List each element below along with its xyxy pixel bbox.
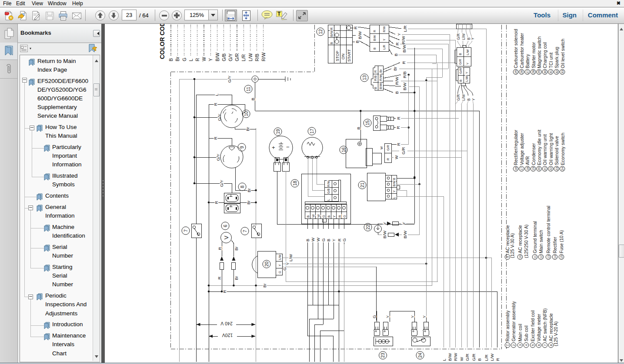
svg-text:R: R [214,201,219,204]
svg-text:Y: Y [385,315,390,318]
svg-text:R/W: R/W [394,77,399,85]
svg-text:Fuse (10 A): Fuse (10 A) [559,230,564,253]
svg-text:Rectifier: Rectifier [553,237,557,253]
svg-text:B: B [394,53,398,56]
svg-text:W: W [310,238,315,242]
svg-text:G/R: G/R [465,354,470,361]
svg-text:B: B [477,358,482,361]
svg-text:L/W: L/W [248,53,253,61]
svg-text:G: G [343,215,347,218]
svg-text:7: 7 [183,229,188,232]
svg-text:L/W: L/W [461,33,466,40]
svg-text:G: G [372,315,377,318]
svg-text:B: B [250,98,255,100]
svg-text:Condenser: Condenser [531,143,536,165]
svg-text:Br: Br [245,127,250,131]
svg-text:23: 23 [380,353,385,358]
svg-text:G: G [182,58,187,61]
svg-text:29: 29 [537,70,541,73]
svg-text:G/R: G/R [456,94,460,101]
svg-text:B: B [394,91,399,94]
svg-text:(125 V-30 A): (125 V-30 A) [510,233,515,258]
svg-text:W: W [201,57,207,61]
svg-text:Br: Br [379,69,383,73]
svg-text:R: R [396,142,401,146]
svg-text:13: 13 [362,75,367,80]
svg-text:L/R: L/R [484,354,489,361]
svg-text:B: B [459,79,463,82]
svg-text:Y: Y [410,315,415,318]
svg-text:W: W [311,214,315,218]
svg-text:B/W: B/W [330,30,334,37]
svg-text:R: R [386,158,390,160]
svg-text:Main coil: Main coil [518,324,523,341]
svg-text:R: R [374,70,377,73]
svg-text:B/W: B/W [379,83,383,89]
svg-text:Remote control terminal: Remote control terminal [546,206,551,253]
svg-text:R: R [401,61,406,64]
svg-text:Generator assembly: Generator assembly [511,301,516,341]
svg-text:Ground terminal: Ground terminal [533,221,537,253]
svg-text:G/Y: G/Y [219,179,224,187]
svg-text:G/R: G/R [456,33,460,40]
svg-text:Exciter field coil: Exciter field coil [531,310,535,341]
svg-text:L: L [188,59,194,61]
svg-text:28: 28 [531,70,535,73]
svg-text:19: 19 [275,129,280,134]
svg-text:Oil warning light: Oil warning light [549,133,554,165]
svg-text:R: R [373,30,376,32]
svg-text:18: 18 [526,167,530,170]
svg-text:Br: Br [393,66,397,71]
svg-text:Rotor assembly: Rotor assembly [505,310,510,341]
svg-text:L/R: L/R [383,45,386,50]
svg-text:B: B [168,58,174,61]
svg-text:−: − [286,144,290,150]
svg-text:G/R: G/R [401,147,406,154]
svg-text:240 V: 240 V [220,321,232,326]
svg-text:16: 16 [514,167,518,170]
svg-text:9: 9 [239,146,244,149]
svg-text:11: 11 [246,86,251,91]
svg-text:15: 15 [560,255,564,258]
svg-text:ON: ON [341,54,345,60]
svg-text:30: 30 [543,70,547,73]
svg-text:Br: Br [263,284,267,288]
svg-text:R/W: R/W [383,26,386,32]
svg-text:31: 31 [549,70,553,73]
svg-text:Y: Y [471,98,476,101]
svg-text:B: B [356,127,361,129]
svg-text:B: B [327,215,331,218]
svg-text:Y: Y [471,37,475,40]
svg-text:B/W: B/W [215,53,220,61]
svg-text:R/B: R/B [374,75,377,81]
svg-text:32: 32 [555,70,559,73]
svg-text:STOP: STOP [335,51,340,61]
svg-text:L: L [214,93,219,96]
svg-text:R/B: R/B [402,71,407,78]
svg-text:+: + [272,144,275,151]
svg-text:B: B [306,215,310,218]
svg-text:25: 25 [514,70,518,73]
svg-text:AC receptacle: AC receptacle [518,225,523,253]
svg-text:Charging coil: Charging coil [543,42,547,68]
svg-text:R: R [213,103,218,106]
svg-text:23: 23 [555,167,559,170]
svg-text:4: 4 [524,344,528,346]
svg-text:12: 12 [539,255,543,258]
svg-text:R/B: R/B [254,53,260,61]
svg-text:COLOR CODE: COLOR CODE [159,24,166,59]
svg-text:R/W: R/W [379,74,383,81]
svg-text:Spark plug: Spark plug [554,46,559,68]
svg-text:G: G [282,267,287,270]
svg-text:Y: Y [285,262,290,265]
svg-text:G/R: G/R [234,53,240,61]
svg-text:19: 19 [531,167,535,170]
svg-text:Magnetic switch: Magnetic switch [537,36,542,68]
svg-text:R: R [495,358,500,361]
svg-text:13: 13 [547,255,551,258]
svg-text:21: 21 [543,167,547,170]
svg-text:6: 6 [223,225,228,227]
svg-text:Oil level switch: Oil level switch [561,39,565,68]
svg-text:120V: 120V [222,333,233,338]
svg-text:R: R [217,276,222,279]
